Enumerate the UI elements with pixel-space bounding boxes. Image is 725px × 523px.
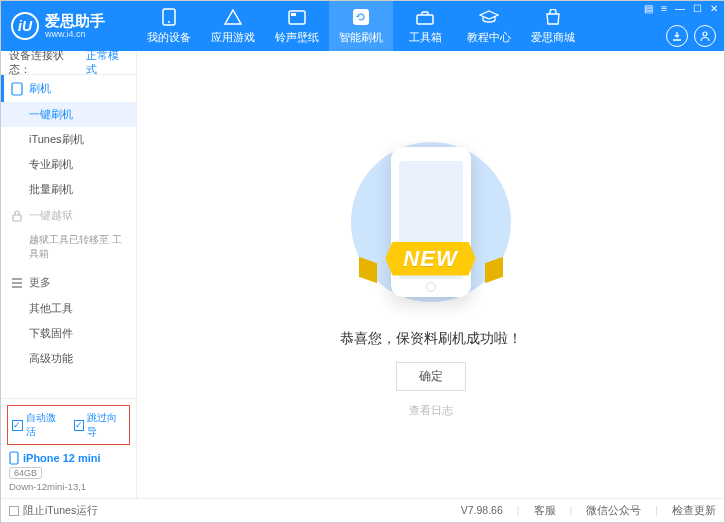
side-item-other-tools[interactable]: 其他工具	[1, 296, 136, 321]
nav-apps-games[interactable]: 应用游戏	[201, 1, 265, 51]
conn-label: 设备连接状态：	[9, 51, 82, 77]
side-group-flash[interactable]: 刷机	[1, 75, 136, 102]
checkbox-icon	[9, 506, 19, 516]
checkbox-icon: ✓	[74, 420, 85, 431]
svg-rect-2	[289, 11, 305, 24]
conn-mode: 正常模式	[86, 51, 128, 77]
success-message: 恭喜您，保资料刷机成功啦！	[340, 330, 522, 348]
svg-rect-4	[353, 9, 369, 25]
nav-label: 我的设备	[147, 30, 191, 45]
nav-toolbox[interactable]: 工具箱	[393, 1, 457, 51]
nav-label: 教程中心	[467, 30, 511, 45]
svg-rect-8	[13, 215, 21, 221]
chk-label: 跳过向导	[87, 411, 125, 439]
toolbox-icon	[416, 7, 434, 27]
phone-icon	[9, 451, 19, 465]
nav-ringtone-wallpaper[interactable]: 铃声壁纸	[265, 1, 329, 51]
win-menu-icon[interactable]: ▤	[644, 3, 653, 14]
nav-label: 铃声壁纸	[275, 30, 319, 45]
title-bar: iU 爱思助手 www.i4.cn 我的设备 应用游戏 铃声壁纸 智能刷机	[1, 1, 724, 51]
minimize-icon[interactable]: —	[675, 3, 685, 14]
side-item-download-fw[interactable]: 下载固件	[1, 321, 136, 346]
chk-block-itunes[interactable]: 阻止iTunes运行	[9, 504, 98, 518]
svg-rect-9	[10, 452, 18, 464]
svg-rect-5	[417, 15, 433, 24]
device-name-text: iPhone 12 mini	[23, 452, 101, 464]
refresh-icon	[352, 7, 370, 27]
nav-label: 智能刷机	[339, 30, 383, 45]
main-content: NEW 恭喜您，保资料刷机成功啦！ 确定 查看日志	[137, 51, 724, 498]
svg-point-6	[703, 32, 707, 36]
user-icon[interactable]	[694, 25, 716, 47]
check-update-link[interactable]: 检查更新	[672, 504, 716, 518]
side-group-more[interactable]: 更多	[1, 269, 136, 296]
highlight-box: ✓ 自动激活 ✓ 跳过向导	[7, 405, 130, 445]
app-logo-icon: iU	[11, 12, 39, 40]
chk-skip-guide[interactable]: ✓ 跳过向导	[74, 411, 126, 439]
graduation-icon	[479, 7, 499, 27]
new-ribbon: NEW	[385, 242, 475, 276]
logo-area: iU 爱思助手 www.i4.cn	[1, 1, 137, 51]
device-info: iPhone 12 mini 64GB Down-12mini-13,1	[7, 451, 130, 492]
footer: 阻止iTunes运行 V7.98.66 | 客服 | 微信公众号 | 检查更新	[1, 498, 724, 522]
apps-icon	[224, 7, 242, 27]
confirm-button[interactable]: 确定	[396, 362, 466, 391]
phone-icon	[162, 7, 176, 27]
nav-my-device[interactable]: 我的设备	[137, 1, 201, 51]
wallpaper-icon	[288, 7, 306, 27]
chk-label: 自动激活	[26, 411, 64, 439]
success-illustration: NEW	[341, 132, 521, 312]
lock-icon	[11, 210, 23, 222]
side-item-itunes-flash[interactable]: iTunes刷机	[1, 127, 136, 152]
wechat-link[interactable]: 微信公众号	[586, 504, 641, 518]
nav-tutorials[interactable]: 教程中心	[457, 1, 521, 51]
close-icon[interactable]: ✕	[710, 3, 718, 14]
download-icon[interactable]	[666, 25, 688, 47]
support-link[interactable]: 客服	[534, 504, 556, 518]
app-url: www.i4.cn	[45, 30, 105, 39]
side-item-pro-flash[interactable]: 专业刷机	[1, 152, 136, 177]
version-text: V7.98.66	[461, 504, 503, 518]
nav-smart-flash[interactable]: 智能刷机	[329, 1, 393, 51]
group-label: 更多	[29, 275, 51, 290]
view-log-link[interactable]: 查看日志	[409, 403, 453, 418]
device-capacity-badge: 64GB	[9, 467, 42, 479]
chk-auto-activate[interactable]: ✓ 自动激活	[12, 411, 64, 439]
svg-rect-7	[12, 83, 22, 95]
nav-store[interactable]: 爱思商城	[521, 1, 585, 51]
store-icon	[544, 7, 562, 27]
window-controls: ▤ ≡ — ☐ ✕	[644, 3, 718, 14]
sidebar: 设备连接状态： 正常模式 刷机 一键刷机 iTunes刷机 专业刷机 批量刷机 …	[1, 51, 137, 498]
win-settings-icon[interactable]: ≡	[661, 3, 667, 14]
side-item-advanced[interactable]: 高级功能	[1, 346, 136, 371]
app-name: 爱思助手	[45, 13, 105, 28]
chk-label: 阻止iTunes运行	[23, 504, 98, 518]
connection-status: 设备连接状态： 正常模式	[1, 51, 136, 75]
list-icon	[11, 278, 23, 288]
device-firmware: Down-12mini-13,1	[9, 481, 128, 492]
top-nav: 我的设备 应用游戏 铃声壁纸 智能刷机 工具箱 教程中心	[137, 1, 724, 51]
nav-label: 爱思商城	[531, 30, 575, 45]
jailbreak-moved-note: 越狱工具已转移至 工具箱	[1, 229, 136, 269]
side-item-oneclick-flash[interactable]: 一键刷机	[1, 102, 136, 127]
group-label: 刷机	[29, 81, 51, 96]
maximize-icon[interactable]: ☐	[693, 3, 702, 14]
group-label: 一键越狱	[29, 208, 73, 223]
phone-icon	[11, 82, 23, 96]
nav-label: 应用游戏	[211, 30, 255, 45]
nav-label: 工具箱	[409, 30, 442, 45]
side-group-jailbreak: 一键越狱	[1, 202, 136, 229]
svg-point-1	[168, 21, 170, 23]
side-item-batch-flash[interactable]: 批量刷机	[1, 177, 136, 202]
checkbox-icon: ✓	[12, 420, 23, 431]
svg-rect-3	[291, 13, 296, 16]
